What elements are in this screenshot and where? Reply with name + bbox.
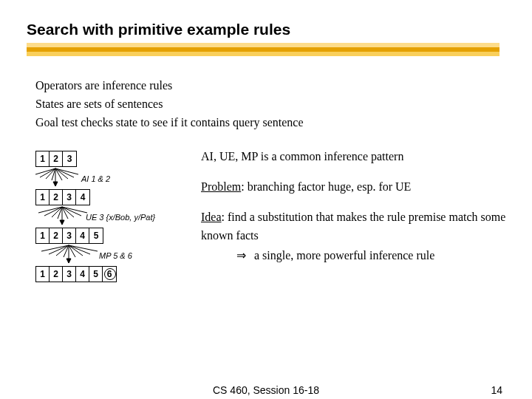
pattern-line: AI, UE, MP is a common inference pattern bbox=[201, 148, 511, 166]
idea-tail: a single, more powerful inference rule bbox=[251, 249, 434, 262]
svg-line-10 bbox=[38, 207, 62, 213]
problem-line: Problem: branching factor huge, esp. for… bbox=[201, 178, 511, 197]
step-label-0: AI 1 & 2 bbox=[81, 174, 110, 183]
problem-text: : branching factor huge, esp. for UE bbox=[241, 180, 411, 193]
intro-block: Operators are inference rules States are… bbox=[35, 77, 511, 132]
title-underline bbox=[27, 43, 499, 56]
svg-line-15 bbox=[62, 207, 68, 219]
svg-marker-29 bbox=[66, 259, 71, 263]
idea-label: Idea bbox=[201, 211, 222, 223]
intro-line-1: Operators are inference rules bbox=[35, 77, 511, 95]
intro-line-3: Goal test checks state to see if it cont… bbox=[35, 114, 511, 132]
step-label-2: MP 5 & 6 bbox=[99, 251, 132, 260]
step-label-1: UE 3 {x/Bob, y/Pat} bbox=[86, 213, 155, 222]
page-title: Search with primitive example rules bbox=[27, 21, 532, 38]
state-box-3: 1 2 3 4 5 6 bbox=[35, 266, 117, 282]
state-box-1: 1 2 3 4 bbox=[35, 189, 90, 205]
intro-line-2: States are sets of sentences bbox=[35, 95, 511, 114]
idea-text: : find a substitution that makes the rul… bbox=[201, 211, 505, 242]
implies-icon: ⇒ bbox=[231, 247, 251, 265]
svg-marker-19 bbox=[60, 220, 64, 225]
problem-label: Problem bbox=[201, 180, 241, 193]
idea-line: Idea: find a substitution that makes the… bbox=[201, 208, 511, 245]
page-number: 14 bbox=[491, 384, 502, 396]
footer-session: CS 460, Session 16-18 bbox=[213, 384, 319, 396]
state-box-0: 1 2 3 bbox=[35, 151, 77, 167]
explanation-block: AI, UE, MP is a common inference pattern… bbox=[183, 148, 511, 282]
svg-line-17 bbox=[62, 207, 81, 216]
state-box-2: 1 2 3 4 5 bbox=[35, 228, 103, 244]
idea-conclusion: ⇒ a single, more powerful inference rule bbox=[201, 247, 511, 265]
svg-marker-9 bbox=[53, 182, 58, 186]
search-tree-diagram: 1 2 3 bbox=[35, 148, 183, 282]
